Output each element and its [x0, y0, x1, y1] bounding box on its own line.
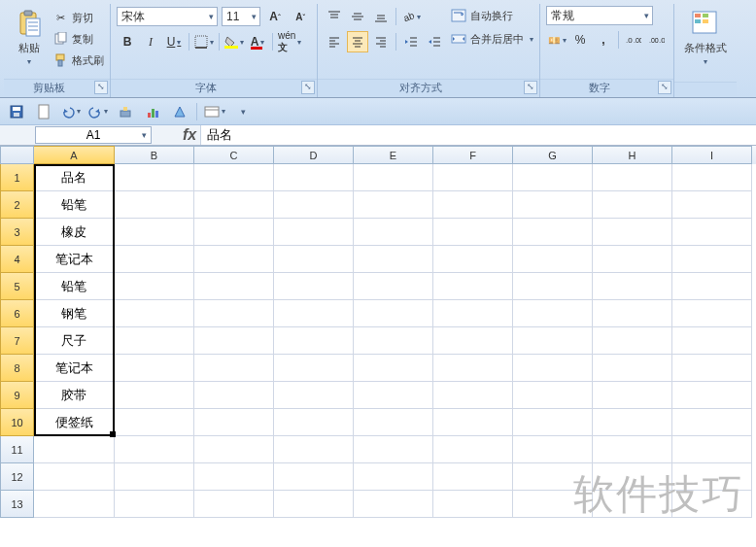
increase-indent-button[interactable]: [424, 31, 445, 52]
cell-E8[interactable]: [354, 355, 433, 382]
cell-A2[interactable]: 铅笔: [34, 191, 115, 219]
name-box[interactable]: A1: [35, 126, 152, 144]
cell-F7[interactable]: [433, 327, 513, 355]
accounting-format-button[interactable]: 💴: [546, 29, 567, 51]
formula-input[interactable]: 品名: [200, 125, 756, 145]
cell-G5[interactable]: [513, 273, 593, 300]
font-size-combo[interactable]: 11: [222, 7, 260, 26]
cell-C13[interactable]: [194, 491, 274, 518]
orientation-button[interactable]: ab: [400, 6, 422, 27]
cell-I8[interactable]: [672, 355, 752, 382]
align-middle-button[interactable]: [347, 6, 368, 27]
phonetic-button[interactable]: wén文: [277, 31, 302, 52]
cell-F3[interactable]: [433, 219, 513, 246]
cell-B1[interactable]: [115, 164, 194, 191]
row-header-13[interactable]: 13: [0, 491, 34, 518]
cell-C6[interactable]: [194, 300, 274, 327]
row-header-7[interactable]: 7: [0, 327, 34, 355]
column-header-D[interactable]: D: [274, 146, 354, 164]
grow-font-button[interactable]: Aˆ: [264, 6, 286, 27]
save-button[interactable]: [6, 101, 27, 122]
cell-G1[interactable]: [513, 164, 593, 191]
row-header-4[interactable]: 4: [0, 246, 34, 273]
cell-E7[interactable]: [354, 327, 433, 355]
cell-D3[interactable]: [274, 219, 354, 246]
cell-A4[interactable]: 笔记本: [34, 246, 115, 273]
align-bottom-button[interactable]: [370, 6, 392, 27]
cell-I13[interactable]: [672, 491, 752, 518]
cell-B13[interactable]: [115, 491, 194, 518]
cell-G10[interactable]: [513, 409, 593, 436]
new-button[interactable]: [33, 101, 54, 122]
cell-E11[interactable]: [354, 436, 433, 463]
underline-button[interactable]: U: [163, 31, 185, 52]
cell-E9[interactable]: [354, 382, 433, 409]
dialog-launcher-icon[interactable]: ⤡: [524, 81, 537, 94]
cell-F2[interactable]: [433, 191, 513, 219]
cell-G4[interactable]: [513, 246, 593, 273]
paste-button[interactable]: 粘贴 ▾: [10, 6, 49, 70]
cell-I3[interactable]: [672, 219, 752, 246]
cell-C11[interactable]: [194, 436, 274, 463]
cell-B6[interactable]: [115, 300, 194, 327]
cell-D4[interactable]: [274, 246, 354, 273]
cell-G11[interactable]: [513, 436, 593, 463]
cell-A5[interactable]: 铅笔: [34, 273, 115, 300]
cell-E2[interactable]: [354, 191, 433, 219]
cell-I6[interactable]: [672, 300, 752, 327]
cell-A12[interactable]: [34, 463, 115, 491]
column-header-F[interactable]: F: [433, 146, 513, 164]
dialog-launcher-icon[interactable]: ⤡: [94, 81, 108, 94]
spreadsheet-grid[interactable]: ABCDEFGHI 1品名2铅笔3橡皮4笔记本5铅笔6钢笔7尺子8笔记本9胶带1…: [0, 146, 756, 518]
cell-E10[interactable]: [354, 409, 433, 436]
cell-I12[interactable]: [672, 463, 752, 491]
conditional-format-button[interactable]: 条件格式 ▾: [680, 6, 731, 68]
cell-E3[interactable]: [354, 219, 433, 246]
cell-A11[interactable]: [34, 436, 115, 463]
cell-H11[interactable]: [593, 436, 672, 463]
format-painter-button[interactable]: 格式刷: [52, 51, 104, 70]
cell-E6[interactable]: [354, 300, 433, 327]
column-header-C[interactable]: C: [194, 146, 274, 164]
fill-color-button[interactable]: [223, 31, 245, 52]
dialog-launcher-icon[interactable]: ⤡: [658, 81, 671, 94]
cell-A3[interactable]: 橡皮: [34, 219, 115, 246]
align-top-button[interactable]: [324, 6, 345, 27]
cancel-formula-button[interactable]: [152, 129, 179, 141]
row-header-5[interactable]: 5: [0, 273, 34, 300]
column-header-A[interactable]: A: [34, 146, 115, 164]
cell-E5[interactable]: [354, 273, 433, 300]
cell-G3[interactable]: [513, 219, 593, 246]
percent-button[interactable]: %: [569, 29, 591, 51]
qat-btn-1[interactable]: [115, 101, 136, 122]
cell-H12[interactable]: [593, 463, 672, 491]
cell-G9[interactable]: [513, 382, 593, 409]
cell-B12[interactable]: [115, 463, 194, 491]
fx-icon[interactable]: fx: [179, 126, 200, 144]
cell-D2[interactable]: [274, 191, 354, 219]
cell-A7[interactable]: 尺子: [34, 327, 115, 355]
dialog-launcher-icon[interactable]: ⤡: [301, 81, 315, 94]
row-header-10[interactable]: 10: [0, 409, 34, 436]
cell-I4[interactable]: [672, 246, 752, 273]
cell-F1[interactable]: [433, 164, 513, 191]
cell-H13[interactable]: [593, 491, 672, 518]
cell-A10[interactable]: 便签纸: [34, 409, 115, 436]
row-header-12[interactable]: 12: [0, 463, 34, 491]
cell-D12[interactable]: [274, 463, 354, 491]
qat-customize-button[interactable]: ▾: [232, 101, 254, 122]
cell-B5[interactable]: [115, 273, 194, 300]
cell-I11[interactable]: [672, 436, 752, 463]
cell-D1[interactable]: [274, 164, 354, 191]
wrap-text-button[interactable]: 自动换行: [451, 6, 533, 25]
cell-B2[interactable]: [115, 191, 194, 219]
cell-I9[interactable]: [672, 382, 752, 409]
row-header-9[interactable]: 9: [0, 382, 34, 409]
cell-I2[interactable]: [672, 191, 752, 219]
cell-A9[interactable]: 胶带: [34, 382, 115, 409]
cell-D10[interactable]: [274, 409, 354, 436]
cell-H1[interactable]: [593, 164, 672, 191]
cell-C2[interactable]: [194, 191, 274, 219]
align-right-button[interactable]: [370, 31, 392, 52]
border-button[interactable]: [193, 31, 215, 52]
